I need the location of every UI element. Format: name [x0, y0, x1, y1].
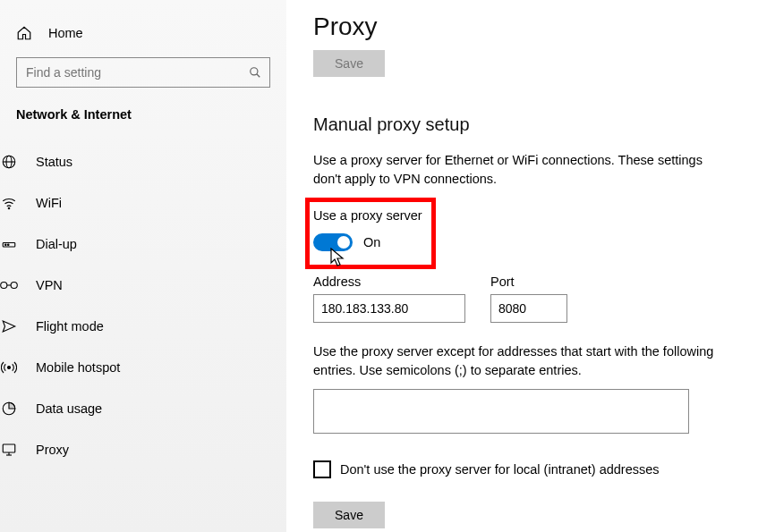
bypass-local-label: Don't use the proxy server for local (in…	[340, 462, 660, 477]
search-input[interactable]	[16, 57, 270, 88]
address-label: Address	[313, 274, 465, 289]
address-input[interactable]	[313, 294, 465, 323]
port-label: Port	[490, 274, 567, 289]
svg-point-7	[5, 244, 7, 246]
sidebar-item-label: Status	[36, 155, 72, 169]
home-label: Home	[48, 26, 83, 40]
section-description: Use a proxy server for Ethernet or WiFi …	[313, 151, 722, 189]
airplane-icon	[0, 318, 18, 334]
svg-point-0	[251, 68, 258, 75]
sidebar-item-datausage[interactable]: Data usage	[0, 388, 302, 429]
svg-point-9	[1, 282, 7, 288]
sidebar-item-status[interactable]: Status	[0, 141, 302, 182]
proxy-icon	[0, 442, 18, 458]
globe-icon	[0, 154, 18, 170]
sidebar-item-label: Mobile hotspot	[36, 360, 120, 375]
sidebar-item-label: WiFi	[36, 196, 62, 210]
dialup-icon	[0, 236, 18, 252]
hotspot-icon	[0, 359, 18, 376]
cursor-icon	[329, 248, 345, 266]
proxy-toggle[interactable]	[313, 233, 353, 251]
save-button-bottom[interactable]: Save	[313, 502, 385, 528]
svg-point-12	[8, 367, 11, 369]
proxy-toggle-state: On	[363, 235, 380, 249]
save-button-top[interactable]: Save	[313, 50, 385, 77]
toggle-knob	[337, 236, 350, 249]
sidebar-item-label: Dial-up	[36, 237, 77, 251]
sidebar-item-label: VPN	[36, 278, 63, 292]
vpn-icon	[0, 279, 18, 291]
sidebar-item-label: Data usage	[36, 401, 102, 416]
svg-rect-14	[3, 444, 15, 452]
sidebar-item-wifi[interactable]: WiFi	[0, 182, 302, 224]
data-usage-icon	[0, 401, 18, 417]
home-nav[interactable]: Home	[16, 18, 270, 57]
proxy-toggle-label: Use a proxy server	[313, 208, 722, 223]
sidebar-item-label: Flight mode	[36, 319, 104, 334]
svg-point-8	[8, 244, 10, 246]
svg-line-1	[257, 74, 260, 78]
exceptions-description: Use the proxy server except for addresse…	[313, 342, 722, 380]
svg-point-10	[11, 282, 17, 288]
category-header: Network & Internet	[16, 107, 270, 122]
home-icon	[16, 25, 32, 41]
wifi-icon	[0, 195, 18, 211]
settings-search[interactable]	[16, 57, 270, 88]
port-input[interactable]	[490, 294, 567, 323]
search-icon	[249, 66, 261, 79]
exceptions-input[interactable]	[313, 389, 689, 434]
sidebar-item-flightmode[interactable]: Flight mode	[0, 306, 302, 347]
sidebar-item-hotspot[interactable]: Mobile hotspot	[0, 347, 302, 388]
svg-point-5	[8, 207, 10, 209]
sidebar-item-vpn[interactable]: VPN	[0, 265, 302, 306]
bypass-local-checkbox[interactable]	[313, 460, 331, 478]
sidebar-item-proxy[interactable]: Proxy	[0, 429, 302, 470]
sidebar-item-label: Proxy	[36, 443, 69, 457]
section-title: Manual proxy setup	[313, 114, 722, 135]
page-title: Proxy	[313, 13, 722, 41]
sidebar-item-dialup[interactable]: Dial-up	[0, 224, 302, 265]
